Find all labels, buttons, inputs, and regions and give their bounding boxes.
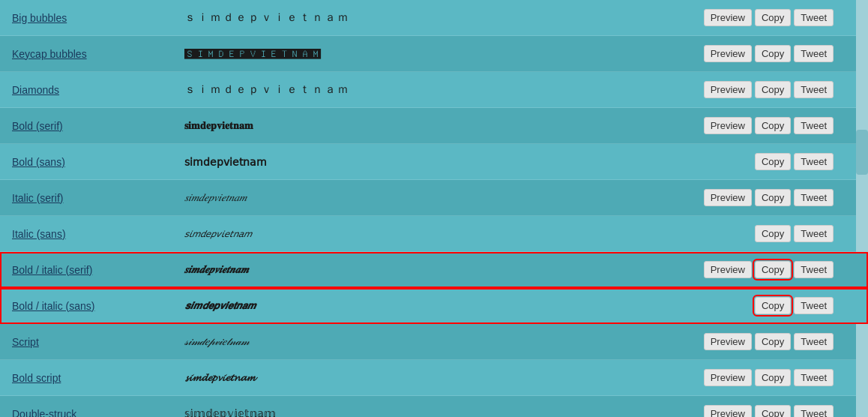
copy-button[interactable]: Copy <box>755 9 791 26</box>
table-row: Bold / italic (serif)𝒔𝒊𝒎𝒅𝒆𝒑𝒗𝒊𝒆𝒕𝒏𝒂𝒎Previe… <box>0 252 868 288</box>
style-name[interactable]: Big bubbles <box>12 12 177 24</box>
style-preview: 𝒔𝒊𝒎𝒅𝒆𝒑𝒗𝒊𝒆𝒕𝒏𝒂𝒎 <box>177 264 704 276</box>
style-preview: 🆂🅸🅼🅳🅴🅿🆅🅸🅴🆃🅽🅰🅼 <box>177 48 704 60</box>
style-name-link[interactable]: Italic (sans) <box>12 228 66 240</box>
tweet-button[interactable]: Tweet <box>794 405 834 417</box>
preview-button[interactable]: Preview <box>704 261 752 278</box>
action-buttons: PreviewCopyTweet <box>704 405 856 417</box>
copy-button[interactable]: Copy <box>755 333 791 350</box>
tweet-button[interactable]: Tweet <box>794 9 834 26</box>
style-name[interactable]: Bold / italic (serif) <box>12 264 177 276</box>
preview-button[interactable]: Preview <box>704 81 752 98</box>
style-name-link[interactable]: Double-struck <box>12 408 76 418</box>
scrollbar[interactable] <box>856 0 868 417</box>
tweet-button[interactable]: Tweet <box>794 369 834 386</box>
table-row: Double-struck𝕤𝕚𝕞𝕕𝕖𝕡𝕧𝕚𝕖𝕥𝕟𝕒𝕞PreviewCopyTwe… <box>0 396 868 417</box>
table-row: DiamondsｓｉｍｄｅｐｖｉｅｔｎａｍPreviewCopyTweet <box>0 72 868 108</box>
style-name-link[interactable]: Bold (serif) <box>12 120 63 132</box>
style-name[interactable]: Diamonds <box>12 84 177 96</box>
style-preview: 𝗌𝗂𝗆𝖽𝖾𝗉𝗏𝗂𝖾𝗍𝗇𝖺𝗆 <box>177 156 755 168</box>
tweet-button[interactable]: Tweet <box>794 117 834 134</box>
style-name-link[interactable]: Big bubbles <box>12 12 67 24</box>
style-preview: 𝓈𝒾𝓂𝒹𝑒𝓅𝓋𝒾𝑒𝓉𝓃𝒶𝓂 <box>177 336 704 348</box>
table-row: Italic (sans)𝘴𝘪𝘮𝘥𝘦𝘱𝘷𝘪𝘦𝘵𝘯𝘢𝘮CopyTweet <box>0 216 868 252</box>
tweet-button[interactable]: Tweet <box>794 261 834 278</box>
action-buttons: PreviewCopyTweet <box>704 369 856 386</box>
action-buttons: PreviewCopyTweet <box>704 9 856 26</box>
style-name-link[interactable]: Bold script <box>12 372 61 384</box>
style-name-link[interactable]: Bold / italic (sans) <box>12 300 94 312</box>
style-name[interactable]: Double-struck <box>12 408 177 418</box>
preview-button[interactable]: Preview <box>704 189 752 206</box>
action-buttons: PreviewCopyTweet <box>704 333 856 350</box>
copy-button[interactable]: Copy <box>755 117 791 134</box>
action-buttons: PreviewCopyTweet <box>704 117 856 134</box>
style-preview: 𝓼𝓲𝓶𝓭𝓮𝓹𝓿𝓲𝓮𝓽𝓷𝓪𝓶 <box>177 372 704 384</box>
style-name[interactable]: Bold script <box>12 372 177 384</box>
style-name-link[interactable]: Italic (serif) <box>12 192 63 204</box>
tweet-button[interactable]: Tweet <box>794 189 834 206</box>
scroll-thumb[interactable] <box>856 130 868 175</box>
tweet-button[interactable]: Tweet <box>794 297 834 314</box>
style-name-link[interactable]: Keycap bubbles <box>12 48 87 60</box>
style-name[interactable]: Keycap bubbles <box>12 48 177 60</box>
copy-button[interactable]: Copy <box>755 81 791 98</box>
tweet-button[interactable]: Tweet <box>794 153 834 170</box>
style-name[interactable]: Bold / italic (sans) <box>12 300 177 312</box>
table-row: Keycap bubbles🆂🅸🅼🅳🅴🅿🆅🅸🅴🆃🅽🅰🅼PreviewCopyTw… <box>0 36 868 72</box>
style-preview: 𝑠𝑖𝑚𝑑𝑒𝑝𝑣𝑖𝑒𝑡𝑛𝑎𝑚 <box>177 192 704 204</box>
copy-button[interactable]: Copy <box>755 405 791 417</box>
style-preview: 𝐬𝐢𝐦𝐝𝐞𝐩𝐯𝐢𝐞𝐭𝐧𝐚𝐦 <box>177 120 704 132</box>
copy-button[interactable]: Copy <box>755 297 791 314</box>
table-row: Script𝓈𝒾𝓂𝒹𝑒𝓅𝓋𝒾𝑒𝓉𝓃𝒶𝓂PreviewCopyTweet <box>0 324 868 360</box>
style-preview: ｓｉｍｄｅｐｖｉｅｔｎａｍ <box>177 82 704 97</box>
preview-button[interactable]: Preview <box>704 369 752 386</box>
table-row: Big bubblesｓｉｍｄｅｐｖｉｅｔｎａｍPreviewCopyTweet <box>0 0 868 36</box>
tweet-button[interactable]: Tweet <box>794 225 834 242</box>
style-preview: 𝕤𝕚𝕞𝕕𝕖𝕡𝕧𝕚𝕖𝕥𝕟𝕒𝕞 <box>177 407 704 417</box>
action-buttons: PreviewCopyTweet <box>704 45 856 62</box>
copy-button[interactable]: Copy <box>755 369 791 386</box>
preview-button[interactable]: Preview <box>704 405 752 417</box>
font-styles-table: Big bubblesｓｉｍｄｅｐｖｉｅｔｎａｍPreviewCopyTweet… <box>0 0 868 417</box>
copy-button[interactable]: Copy <box>755 153 791 170</box>
action-buttons: CopyTweet <box>755 153 856 170</box>
style-name-link[interactable]: Bold (sans) <box>12 156 65 168</box>
action-buttons: CopyTweet <box>755 297 856 314</box>
table-row: Bold script𝓼𝓲𝓶𝓭𝓮𝓹𝓿𝓲𝓮𝓽𝓷𝓪𝓶PreviewCopyTweet <box>0 360 868 396</box>
style-name[interactable]: Italic (serif) <box>12 192 177 204</box>
copy-button[interactable]: Copy <box>755 261 791 278</box>
table-row: Bold (sans)𝗌𝗂𝗆𝖽𝖾𝗉𝗏𝗂𝖾𝗍𝗇𝖺𝗆CopyTweet <box>0 144 868 180</box>
preview-button[interactable]: Preview <box>704 117 752 134</box>
style-name[interactable]: Script <box>12 336 177 348</box>
action-buttons: PreviewCopyTweet <box>704 81 856 98</box>
table-row: Bold / italic (sans)𝙨𝙞𝙢𝙙𝙚𝙥𝙫𝙞𝙚𝙩𝙣𝙖𝙢CopyTwe… <box>0 288 868 324</box>
tweet-button[interactable]: Tweet <box>794 81 834 98</box>
preview-button[interactable]: Preview <box>704 45 752 62</box>
style-preview: 𝙨𝙞𝙢𝙙𝙚𝙥𝙫𝙞𝙚𝙩𝙣𝙖𝙢 <box>177 299 755 312</box>
table-row: Bold (serif)𝐬𝐢𝐦𝐝𝐞𝐩𝐯𝐢𝐞𝐭𝐧𝐚𝐦PreviewCopyTwee… <box>0 108 868 144</box>
tweet-button[interactable]: Tweet <box>794 333 834 350</box>
table-row: Italic (serif)𝑠𝑖𝑚𝑑𝑒𝑝𝑣𝑖𝑒𝑡𝑛𝑎𝑚PreviewCopyTw… <box>0 180 868 216</box>
style-name-link[interactable]: Diamonds <box>12 84 59 96</box>
style-name[interactable]: Bold (serif) <box>12 120 177 132</box>
action-buttons: CopyTweet <box>755 225 856 242</box>
copy-button[interactable]: Copy <box>755 225 791 242</box>
action-buttons: PreviewCopyTweet <box>704 261 856 278</box>
style-name[interactable]: Bold (sans) <box>12 156 177 168</box>
preview-button[interactable]: Preview <box>704 333 752 350</box>
action-buttons: PreviewCopyTweet <box>704 189 856 206</box>
style-preview: ｓｉｍｄｅｐｖｉｅｔｎａｍ <box>177 10 704 25</box>
tweet-button[interactable]: Tweet <box>794 45 834 62</box>
style-name-link[interactable]: Script <box>12 336 39 348</box>
preview-button[interactable]: Preview <box>704 9 752 26</box>
style-name-link[interactable]: Bold / italic (serif) <box>12 264 92 276</box>
copy-button[interactable]: Copy <box>755 189 791 206</box>
copy-button[interactable]: Copy <box>755 45 791 62</box>
style-preview: 𝘴𝘪𝘮𝘥𝘦𝘱𝘷𝘪𝘦𝘵𝘯𝘢𝘮 <box>177 227 755 240</box>
style-name[interactable]: Italic (sans) <box>12 228 177 240</box>
